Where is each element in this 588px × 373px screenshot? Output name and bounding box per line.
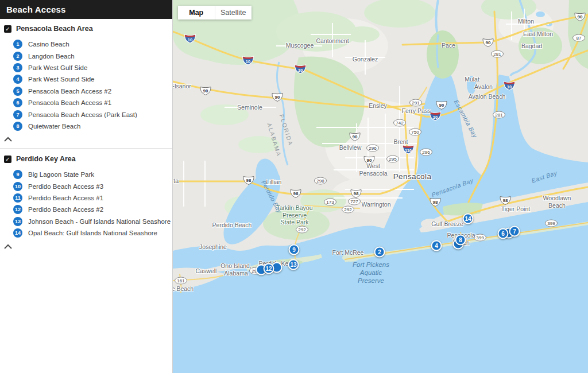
group-label: Pensacola Beach Area: [16, 25, 93, 33]
collapse-chevron-icon[interactable]: [3, 242, 13, 247]
map-marker-12[interactable]: 12: [264, 263, 274, 274]
map-view-button[interactable]: Map: [178, 6, 215, 20]
item-number-badge: 8: [13, 122, 22, 131]
map-type-control: Map Satellite: [178, 6, 252, 20]
map-marker-13[interactable]: 13: [288, 259, 299, 270]
item-number-badge: 14: [13, 228, 22, 238]
item-label: Perdido Beach Access #3: [28, 183, 103, 190]
map-marker-7[interactable]: 7: [509, 226, 520, 237]
collapse-chevron-icon[interactable]: [3, 134, 13, 140]
item-number-badge: 9: [13, 170, 22, 179]
group-label: Perdido Key Area: [16, 155, 76, 163]
list-item-9[interactable]: 9Big Lagoon State Park: [13, 169, 170, 180]
map-marker-8[interactable]: 8: [455, 235, 466, 246]
checkbox-perdido-key-area[interactable]: ✓: [4, 156, 11, 163]
item-label: Casino Beach: [28, 41, 69, 48]
sidebar: Beach Access ✓ Pensacola Beach Area 1Cas…: [0, 0, 173, 373]
list-item-12[interactable]: 12Perdido Beach Access #2: [13, 204, 170, 215]
list-item-1[interactable]: 1Casino Beach: [13, 38, 170, 50]
item-number-badge: 2: [13, 52, 22, 61]
list-item-3[interactable]: 3Park West Gulf Side: [13, 62, 170, 73]
group-items-pensacola: 1Casino Beach2Langdon Beach3Park West Gu…: [13, 38, 170, 132]
map-marker-4[interactable]: 4: [431, 240, 442, 251]
map-marker-14[interactable]: 14: [463, 213, 474, 224]
item-number-badge: 5: [13, 87, 22, 96]
item-number-badge: 11: [13, 193, 22, 203]
item-label: Big Lagoon State Park: [28, 171, 94, 178]
list-item-7[interactable]: 7Pensacola Beach Access (Park East): [13, 108, 170, 120]
sidebar-header: Beach Access: [0, 0, 172, 19]
list-item-13[interactable]: 13Johnson Beach - Gulf Islands National …: [13, 216, 170, 227]
item-number-badge: 13: [13, 217, 22, 226]
group-pensacola-beach-area: ✓ Pensacola Beach Area: [4, 25, 93, 33]
list-item-14[interactable]: 14Opal Beach: Gulf Islands National Seas…: [13, 227, 170, 239]
map-marker-2[interactable]: 2: [374, 247, 385, 258]
group-items-perdido: 9Big Lagoon State Park10Perdido Beach Ac…: [13, 169, 170, 239]
list-item-11[interactable]: 11Perdido Beach Access #1: [13, 192, 170, 204]
list-item-4[interactable]: 4Park West Sound Side: [13, 73, 170, 85]
item-number-badge: 10: [13, 182, 22, 191]
item-label: Perdido Beach Access #1: [28, 195, 103, 201]
map-canvas[interactable]: 1010101010110909090909090909898989898291…: [173, 0, 588, 373]
map-marker-6[interactable]: 6: [498, 228, 509, 239]
map-marker-9[interactable]: 9: [289, 244, 300, 255]
item-label: Pensacola Beach Access (Park East): [28, 111, 137, 118]
beach-access-app: Beach Access ✓ Pensacola Beach Area 1Cas…: [0, 0, 588, 373]
list-item-5[interactable]: 5Pensacola Beach Access #2: [13, 86, 170, 97]
map-terrain: [173, 0, 588, 373]
item-number-badge: 7: [13, 110, 22, 119]
item-number-badge: 12: [13, 205, 22, 214]
page-title: Beach Access: [6, 5, 66, 14]
item-label: Perdido Beach Access #2: [28, 206, 103, 213]
checkbox-pensacola-beach-area[interactable]: ✓: [4, 25, 11, 33]
list-item-2[interactable]: 2Langdon Beach: [13, 50, 170, 61]
item-number-badge: 6: [13, 98, 22, 107]
item-label: Opal Beach: Gulf Islands National Seasho…: [28, 230, 157, 236]
list-item-10[interactable]: 10Perdido Beach Access #3: [13, 180, 170, 192]
sidebar-divider: [0, 148, 172, 149]
group-perdido-key-area: ✓ Perdido Key Area: [4, 155, 76, 163]
item-number-badge: 1: [13, 40, 22, 49]
item-number-badge: 3: [13, 63, 22, 72]
item-label: Johnson Beach - Gulf Islands National Se…: [28, 218, 171, 225]
item-label: Pensacola Beach Access #1: [28, 99, 111, 106]
satellite-view-button[interactable]: Satellite: [215, 6, 252, 20]
item-label: Quietwater Beach: [28, 123, 80, 130]
item-number-badge: 4: [13, 75, 22, 84]
item-label: Pensacola Beach Access #2: [28, 88, 111, 95]
item-label: Park West Sound Side: [28, 76, 95, 83]
list-item-8[interactable]: 8Quietwater Beach: [13, 121, 170, 132]
item-label: Park West Gulf Side: [28, 64, 87, 71]
item-label: Langdon Beach: [28, 53, 75, 60]
list-item-6[interactable]: 6Pensacola Beach Access #1: [13, 97, 170, 108]
